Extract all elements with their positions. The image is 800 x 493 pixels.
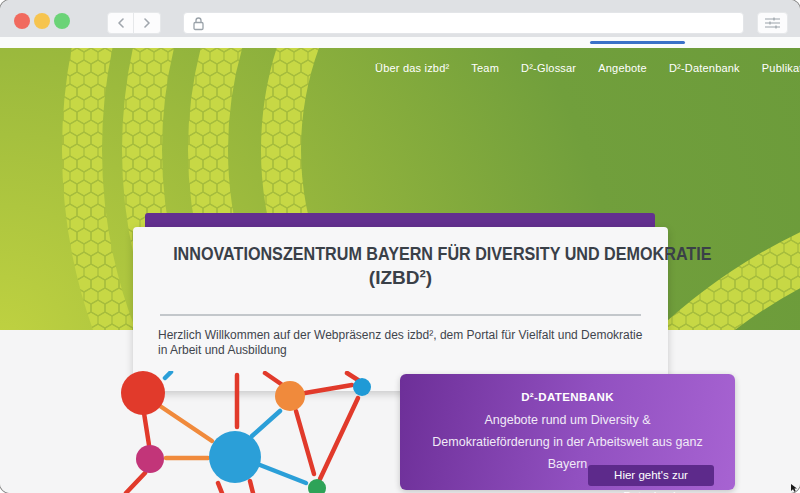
nav-item-ueber-das-izbd[interactable]: Über das izbd²	[375, 62, 449, 74]
title-card: INNOVATIONSZENTRUM BAYERN FÜR DIVERSITY …	[133, 227, 668, 391]
forward-button[interactable]	[134, 12, 161, 34]
chevron-left-icon	[117, 18, 125, 28]
network-node-red	[121, 371, 165, 415]
webpage: Über das izbd² Team D²-Glossar Angebote …	[0, 48, 800, 493]
chevron-right-icon	[143, 18, 151, 28]
back-button[interactable]	[107, 12, 134, 34]
network-node-green	[308, 479, 326, 493]
nav-item-publikationen[interactable]: Publikationen & Materialien	[762, 62, 800, 74]
tune-sliders-icon	[765, 17, 780, 29]
datenbank-link-button[interactable]: Hier geht's zur Datenbank	[588, 465, 714, 486]
network-node-smallblue	[353, 378, 371, 396]
close-window-button[interactable]	[14, 13, 30, 29]
page-title-line1: INNOVATIONSZENTRUM BAYERN FÜR DIVERSITY …	[173, 242, 628, 266]
nav-item-angebote[interactable]: Angebote	[598, 62, 647, 74]
network-node-bigblue	[209, 431, 261, 483]
nav-item-team[interactable]: Team	[471, 62, 499, 74]
page-title-line2: (IZBD²)	[133, 266, 668, 290]
welcome-text: Herzlich Willkommen auf der Webpräsenz d…	[158, 328, 643, 358]
network-graph-illustration	[100, 371, 395, 493]
network-node-magenta	[136, 445, 164, 473]
nav-item-d2-glossar[interactable]: D²-Glossar	[521, 62, 576, 74]
title-card-accent-bar	[145, 213, 655, 228]
network-node-orange	[275, 381, 305, 411]
menu-button[interactable]	[757, 12, 788, 34]
history-nav-buttons	[107, 12, 161, 34]
traffic-lights	[14, 13, 70, 29]
mouse-cursor	[791, 484, 799, 492]
lock-icon	[192, 16, 205, 31]
active-tab-indicator	[590, 41, 685, 44]
main-navigation: Über das izbd² Team D²-Glossar Angebote …	[375, 62, 800, 74]
minimize-window-button[interactable]	[34, 13, 50, 29]
datenbank-card-heading: D²-DATENBANK	[400, 374, 735, 403]
browser-chrome	[0, 0, 800, 37]
maximize-window-button[interactable]	[54, 13, 70, 29]
nav-item-d2-datenbank[interactable]: D²-Datenbank	[669, 62, 740, 74]
tab-strip	[0, 37, 800, 48]
page-title: INNOVATIONSZENTRUM BAYERN FÜR DIVERSITY …	[133, 227, 668, 290]
datenbank-card: D²-DATENBANK Angebote rund um Diversity …	[400, 374, 735, 490]
title-divider	[160, 314, 641, 316]
browser-window: Über das izbd² Team D²-Glossar Angebote …	[0, 0, 800, 493]
url-bar[interactable]	[183, 12, 744, 34]
